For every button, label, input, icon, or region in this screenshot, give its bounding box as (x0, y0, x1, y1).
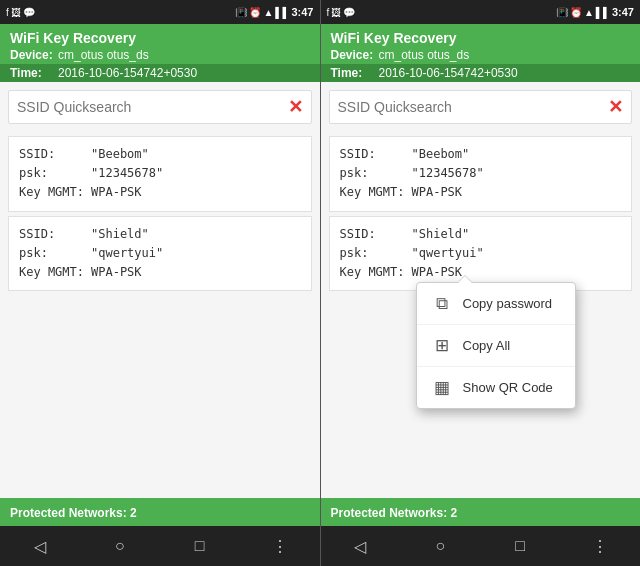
search-clear-right[interactable]: ✕ (600, 92, 631, 122)
status-left-icons: f 🖼 💬 (6, 7, 35, 18)
copy-password-label: Copy password (463, 296, 553, 311)
wifi-icon-r: ▲ (584, 7, 594, 18)
time-value-left: 2016-10-06-154742+0530 (58, 66, 197, 80)
ssid-val-2-right: "Shield" (412, 225, 470, 244)
qr-icon (431, 377, 453, 398)
fb-icon: f (6, 7, 9, 18)
vibrate-icon: 📳 (235, 7, 247, 18)
copy-all-icon (431, 335, 453, 356)
status-time-left: 3:47 (291, 6, 313, 18)
time-label-right: Time: (331, 66, 379, 80)
bottom-bar-left: Protected Networks: 2 (0, 498, 320, 526)
search-input-right[interactable] (330, 91, 601, 123)
psk-val-1-left: "12345678" (91, 164, 163, 183)
ssid-val-1-right: "Beebom" (412, 145, 470, 164)
status-bar-right: f 🖼 💬 📳 ⏰ ▲ ▌▌ 3:47 (321, 0, 641, 24)
chat-icon-r: 💬 (343, 7, 355, 18)
wifi-entry-1-left[interactable]: SSID: "Beebom" psk: "12345678" Key MGMT:… (8, 136, 312, 212)
status-right-left-icons: f 🖼 💬 (327, 7, 356, 18)
app-header-right: WiFi Key Recovery Device: cm_otus otus_d… (321, 24, 641, 82)
device-row-left: Device: cm_otus otus_ds (10, 48, 310, 62)
bottom-bar-right: Protected Networks: 2 (321, 498, 641, 526)
nav-recents-left[interactable]: □ (180, 526, 220, 566)
wifi-ssid-row-2-left: SSID: "Shield" (19, 225, 301, 244)
vibrate-icon-r: 📳 (556, 7, 568, 18)
time-row-left: Time: 2016-10-06-154742+0530 (0, 64, 320, 82)
ssid-val-2-left: "Shield" (91, 225, 149, 244)
wifi-entry-2-left[interactable]: SSID: "Shield" psk: "qwertyui" Key MGMT:… (8, 216, 312, 292)
wifi-entry-2-right[interactable]: SSID: "Shield" psk: "qwertyui" Key MGMT:… (329, 216, 633, 292)
wifi-ssid-row-1-right: SSID: "Beebom" (340, 145, 622, 164)
wifi-keymgmt-row-2-left: Key MGMT: WPA-PSK (19, 263, 301, 282)
nav-more-right[interactable]: ⋮ (580, 526, 620, 566)
wifi-keymgmt-row-1-left: Key MGMT: WPA-PSK (19, 183, 301, 202)
nav-bar-right: ◁ ○ □ ⋮ (321, 526, 641, 566)
psk-key-1-left: psk: (19, 164, 91, 183)
wifi-psk-row-2-left: psk: "qwertyui" (19, 244, 301, 263)
time-label-left: Time: (10, 66, 58, 80)
psk-key-1-right: psk: (340, 164, 412, 183)
status-time-right: 3:47 (612, 6, 634, 18)
app-header-left: WiFi Key Recovery Device: cm_otus otus_d… (0, 24, 320, 82)
copy-all-item[interactable]: Copy All (417, 325, 575, 367)
ssid-val-1-left: "Beebom" (91, 145, 149, 164)
psk-val-2-right: "qwertyui" (412, 244, 484, 263)
time-row-right: Time: 2016-10-06-154742+0530 (321, 64, 641, 82)
chat-icon: 💬 (23, 7, 35, 18)
search-clear-left[interactable]: ✕ (280, 92, 311, 122)
keymgmt-val-2-left: WPA-PSK (91, 263, 142, 282)
right-panel: f 🖼 💬 📳 ⏰ ▲ ▌▌ 3:47 WiFi Key Recovery De… (321, 0, 641, 566)
search-input-left[interactable] (9, 91, 280, 123)
left-panel: f 🖼 💬 📳 ⏰ ▲ ▌▌ 3:47 WiFi Key Recovery De… (0, 0, 320, 566)
wifi-keymgmt-row-1-right: Key MGMT: WPA-PSK (340, 183, 622, 202)
nav-back-right[interactable]: ◁ (340, 526, 380, 566)
device-row-right: Device: cm_otus otus_ds (331, 48, 631, 62)
gallery-icon-r: 🖼 (331, 7, 341, 18)
nav-back-left[interactable]: ◁ (20, 526, 60, 566)
nav-home-left[interactable]: ○ (100, 526, 140, 566)
copy-password-icon (431, 293, 453, 314)
wifi-ssid-row-1-left: SSID: "Beebom" (19, 145, 301, 164)
nav-recents-right[interactable]: □ (500, 526, 540, 566)
time-value-right: 2016-10-06-154742+0530 (379, 66, 518, 80)
signal-icon: ▌▌ (275, 7, 289, 18)
device-value-right: cm_otus otus_ds (379, 48, 470, 62)
app-title-right: WiFi Key Recovery (331, 30, 631, 46)
wifi-psk-row-1-left: psk: "12345678" (19, 164, 301, 183)
signal-icon-r: ▌▌ (596, 7, 610, 18)
status-right-icons: 📳 ⏰ ▲ ▌▌ 3:47 (235, 6, 313, 18)
device-value-left: cm_otus otus_ds (58, 48, 149, 62)
show-qr-label: Show QR Code (463, 380, 553, 395)
ssid-key-1-left: SSID: (19, 145, 91, 164)
ssid-key-1-right: SSID: (340, 145, 412, 164)
wifi-entry-1-right[interactable]: SSID: "Beebom" psk: "12345678" Key MGMT:… (329, 136, 633, 212)
wifi-keymgmt-row-2-right: Key MGMT: WPA-PSK (340, 263, 622, 282)
gallery-icon: 🖼 (11, 7, 21, 18)
fb-icon-r: f (327, 7, 330, 18)
keymgmt-val-2-right: WPA-PSK (412, 263, 463, 282)
nav-home-right[interactable]: ○ (420, 526, 460, 566)
keymgmt-key-2-right: Key MGMT: (340, 263, 412, 282)
search-bar-right[interactable]: ✕ (329, 90, 633, 124)
app-title-left: WiFi Key Recovery (10, 30, 310, 46)
context-menu: Copy password Copy All Show QR Code (416, 282, 576, 409)
ssid-key-2-right: SSID: (340, 225, 412, 244)
psk-val-1-right: "12345678" (412, 164, 484, 183)
psk-key-2-left: psk: (19, 244, 91, 263)
keymgmt-val-1-left: WPA-PSK (91, 183, 142, 202)
wifi-ssid-row-2-right: SSID: "Shield" (340, 225, 622, 244)
alarm-icon-r: ⏰ (570, 7, 582, 18)
protected-label-left: Protected Networks: 2 (10, 506, 137, 520)
wifi-icon: ▲ (263, 7, 273, 18)
nav-bar-left: ◁ ○ □ ⋮ (0, 526, 320, 566)
search-bar-left[interactable]: ✕ (8, 90, 312, 124)
psk-val-2-left: "qwertyui" (91, 244, 163, 263)
wifi-psk-row-1-right: psk: "12345678" (340, 164, 622, 183)
show-qr-item[interactable]: Show QR Code (417, 367, 575, 408)
keymgmt-key-2-left: Key MGMT: (19, 263, 91, 282)
copy-password-item[interactable]: Copy password (417, 283, 575, 325)
wifi-list-left: SSID: "Beebom" psk: "12345678" Key MGMT:… (0, 128, 320, 498)
ssid-key-2-left: SSID: (19, 225, 91, 244)
protected-label-right: Protected Networks: 2 (331, 506, 458, 520)
nav-more-left[interactable]: ⋮ (260, 526, 300, 566)
